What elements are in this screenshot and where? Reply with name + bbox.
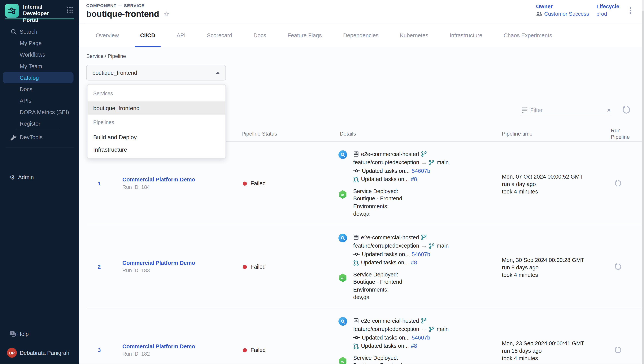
rerun-pipeline-icon[interactable] bbox=[614, 263, 622, 271]
pull-request-icon bbox=[353, 343, 359, 349]
git-branch-icon bbox=[429, 160, 434, 165]
lifecycle-label: Lifecycle bbox=[596, 3, 619, 9]
sidebar-item-label: APIs bbox=[20, 98, 31, 104]
people-icon bbox=[536, 12, 542, 16]
pipeline-select-value: boutique_frontend bbox=[92, 70, 216, 76]
refresh-icon[interactable] bbox=[621, 105, 631, 115]
run-index[interactable]: 3 bbox=[98, 347, 101, 353]
scrollbar-thumb[interactable] bbox=[642, 11, 644, 364]
sidebar-item-dora-metrics[interactable]: DORA Metrics (SEI) bbox=[0, 106, 79, 118]
repo-name[interactable]: e2e-commercial-hosted bbox=[361, 234, 419, 240]
sidebar-item-label: Search bbox=[20, 28, 37, 34]
page-title: boutique-frontend bbox=[86, 9, 159, 19]
owner-label: Owner bbox=[536, 3, 589, 9]
column-header-pipeline-status: Pipeline Status bbox=[242, 130, 277, 137]
tab-dependencies[interactable]: Dependencies bbox=[332, 23, 389, 47]
tab-kubernetes[interactable]: Kubernetes bbox=[389, 23, 439, 47]
vertical-scrollbar[interactable] bbox=[642, 0, 644, 364]
dropdown-option-boutique-frontend[interactable]: boutique_frontend bbox=[88, 102, 226, 115]
tab-overview[interactable]: Overview bbox=[85, 23, 130, 47]
ci-build-icon bbox=[338, 150, 347, 159]
sidebar-item-docs[interactable]: Docs bbox=[0, 83, 79, 95]
sidebar-item-workflows[interactable]: Workflows bbox=[0, 49, 79, 60]
pr-number-link[interactable]: #8 bbox=[411, 176, 417, 182]
run-id: Run ID: 183 bbox=[122, 268, 150, 274]
target-branch: main bbox=[437, 160, 449, 166]
environments-label: Environments: bbox=[353, 203, 402, 210]
rerun-pipeline-icon[interactable] bbox=[614, 346, 622, 354]
environments-label: Environments: bbox=[353, 286, 402, 294]
dropdown-option-build-and-deploy[interactable]: Build and Deploy bbox=[88, 130, 226, 144]
clear-filter-icon[interactable]: ✕ bbox=[606, 107, 612, 113]
app-title: Internal Developer Portal bbox=[23, 4, 65, 23]
sidebar-item-devtools[interactable]: DevTools bbox=[0, 131, 79, 143]
rerun-pipeline-icon[interactable] bbox=[614, 180, 622, 188]
filter-input[interactable] bbox=[530, 107, 603, 113]
commit-message: Updated tasks on... bbox=[362, 334, 410, 341]
tab-scorecard[interactable]: Scorecard bbox=[196, 23, 243, 47]
repo-name[interactable]: e2e-commercial-hosted bbox=[361, 318, 419, 324]
pipeline-name-link[interactable]: Commercial Platform Demo bbox=[122, 343, 195, 350]
run-index[interactable]: 2 bbox=[98, 264, 101, 270]
arrow-icon: → bbox=[421, 160, 427, 166]
app-logo-icon[interactable] bbox=[5, 4, 19, 18]
dropdown-option-infrastructure[interactable]: Infrastructure bbox=[88, 143, 226, 156]
tab-infrastructure[interactable]: Infrastructure bbox=[439, 23, 493, 47]
run-duration: took 4 minutes bbox=[502, 188, 583, 196]
commit-message: Updated tasks on... bbox=[362, 168, 410, 174]
owner-block: Owner Customer Success bbox=[536, 3, 589, 17]
sidebar-item-catalog[interactable]: Catalog bbox=[3, 72, 74, 83]
sidebar-item-my-page[interactable]: My Page bbox=[0, 37, 79, 49]
deploy-title: Service Deployed: bbox=[353, 271, 402, 279]
sidebar-item-label: Catalog bbox=[20, 74, 39, 81]
kebab-menu-icon[interactable] bbox=[629, 6, 632, 14]
apps-grid-icon[interactable] bbox=[67, 7, 73, 13]
repo-name[interactable]: e2e-commercial-hosted bbox=[361, 151, 419, 157]
status-label: Failed bbox=[250, 180, 266, 186]
dropdown-group-services: Services bbox=[93, 91, 113, 96]
source-branch: feature/corruptedexception bbox=[353, 326, 419, 332]
pipeline-select[interactable]: boutique_frontend bbox=[86, 65, 226, 80]
tab-feature-flags[interactable]: Feature Flags bbox=[277, 23, 332, 47]
ci-build-icon bbox=[338, 317, 347, 326]
sidebar-item-apis[interactable]: APIs bbox=[0, 95, 79, 106]
run-index[interactable]: 1 bbox=[98, 180, 101, 186]
arrow-icon: → bbox=[421, 243, 427, 249]
run-duration: took 4 minutes bbox=[502, 272, 584, 279]
target-branch: main bbox=[437, 326, 449, 332]
pipeline-name-link[interactable]: Commercial Platform Demo bbox=[122, 177, 195, 183]
lifecycle-block: Lifecycle prod bbox=[596, 3, 619, 17]
run-date: Mon, 07 Oct 2024 00:00:52 GMT bbox=[502, 173, 583, 181]
tab-api[interactable]: API bbox=[166, 23, 196, 47]
entity-kind-label: COMPONENT — SERVICE bbox=[86, 3, 144, 8]
sidebar-user[interactable]: DP Debabrata Panigrahi bbox=[0, 347, 79, 358]
commit-sha-link[interactable]: 54607b bbox=[412, 168, 430, 174]
commit-sha-link[interactable]: 54607b bbox=[412, 334, 430, 341]
column-header-pipeline-time: Pipeline time bbox=[502, 130, 532, 137]
pipeline-name-link[interactable]: Commercial Platform Demo bbox=[122, 260, 195, 266]
filter-icon bbox=[522, 108, 527, 112]
sidebar-item-help[interactable]: ? Help bbox=[0, 328, 79, 340]
cd-deploy-icon: ∞ bbox=[338, 274, 347, 282]
svg-text:?: ? bbox=[12, 331, 14, 335]
tab-chaos-experiments[interactable]: Chaos Experiments bbox=[493, 23, 563, 47]
sidebar-item-search[interactable]: Search bbox=[0, 26, 79, 37]
environments-value: dev,qa bbox=[353, 294, 402, 301]
favorite-star-icon[interactable]: ☆ bbox=[163, 10, 170, 18]
owner-link[interactable]: Customer Success bbox=[544, 11, 589, 17]
run-ago: run a day ago bbox=[502, 181, 583, 188]
status-label: Failed bbox=[250, 264, 266, 270]
cd-deploy-icon: ∞ bbox=[338, 190, 347, 199]
pr-number-link[interactable]: #8 bbox=[411, 260, 417, 266]
commit-icon bbox=[353, 168, 360, 174]
deploy-service: Boutique - Frontend bbox=[353, 278, 402, 286]
sidebar-item-admin[interactable]: ⚙ Admin bbox=[0, 171, 79, 183]
tab-cicd[interactable]: CI/CD bbox=[130, 23, 166, 47]
sidebar-item-my-team[interactable]: My Team bbox=[0, 60, 79, 72]
run-date: Mon, 23 Sep 2024 00:00:41 GMT bbox=[502, 340, 584, 348]
commit-sha-link[interactable]: 54607b bbox=[412, 251, 430, 257]
pr-number-link[interactable]: #8 bbox=[411, 343, 417, 349]
sidebar-item-register[interactable]: Register bbox=[0, 118, 79, 129]
tab-docs[interactable]: Docs bbox=[243, 23, 277, 47]
git-branch-icon bbox=[429, 243, 434, 249]
